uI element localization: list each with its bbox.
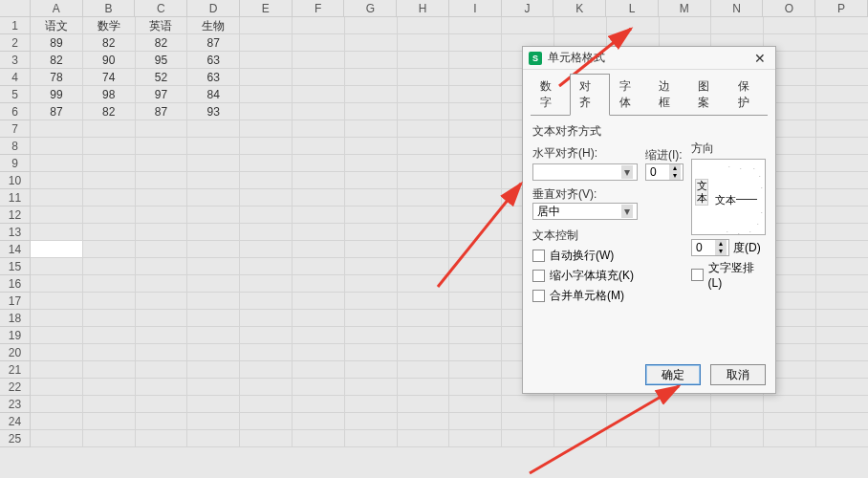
row-header[interactable]: 9: [0, 155, 31, 172]
cell[interactable]: [187, 293, 240, 310]
row-header[interactable]: 10: [0, 172, 31, 189]
cell[interactable]: [293, 69, 345, 86]
cell[interactable]: [449, 86, 502, 103]
cell[interactable]: [293, 52, 345, 69]
cell[interactable]: [449, 413, 502, 430]
cell[interactable]: [764, 413, 816, 430]
cell[interactable]: [83, 310, 136, 327]
cell[interactable]: [449, 327, 502, 344]
cell[interactable]: [240, 293, 293, 310]
column-header[interactable]: N: [711, 0, 764, 17]
cell[interactable]: [136, 172, 188, 189]
cell[interactable]: [660, 17, 712, 34]
cell[interactable]: [31, 120, 83, 138]
cell[interactable]: [398, 86, 450, 103]
tab-数字[interactable]: 数字: [531, 74, 570, 116]
column-header[interactable]: E: [240, 0, 293, 17]
cell[interactable]: 90: [83, 52, 136, 69]
cell[interactable]: [83, 258, 136, 275]
cell[interactable]: [345, 327, 398, 344]
row-header[interactable]: 24: [0, 413, 31, 430]
cell[interactable]: [83, 241, 136, 258]
cell[interactable]: [293, 224, 345, 241]
cell[interactable]: [187, 138, 240, 155]
column-header[interactable]: P: [815, 0, 868, 17]
row-header[interactable]: 21: [0, 361, 31, 379]
cell[interactable]: [345, 344, 398, 361]
cell[interactable]: [554, 17, 607, 34]
cell[interactable]: 98: [83, 86, 136, 103]
cell[interactable]: [293, 155, 345, 172]
cell[interactable]: [83, 396, 136, 413]
cell[interactable]: [660, 413, 712, 430]
cell[interactable]: [449, 344, 502, 361]
cell[interactable]: [345, 361, 398, 379]
cell[interactable]: [187, 379, 240, 396]
cell[interactable]: [240, 344, 293, 361]
cell[interactable]: [764, 396, 816, 413]
cell[interactable]: [449, 138, 502, 155]
column-header[interactable]: L: [606, 0, 659, 17]
cell[interactable]: [816, 17, 868, 34]
cell[interactable]: [816, 258, 868, 275]
halign-dropdown[interactable]: ▾: [532, 163, 638, 181]
cell[interactable]: [345, 17, 398, 34]
tab-保护[interactable]: 保护: [728, 74, 768, 116]
cell[interactable]: [240, 17, 293, 34]
cell[interactable]: [449, 310, 502, 327]
cell[interactable]: [816, 275, 868, 293]
row-header[interactable]: 5: [0, 86, 31, 103]
cell[interactable]: [816, 189, 868, 206]
cell[interactable]: [240, 86, 293, 103]
cell[interactable]: 63: [187, 69, 240, 86]
cell[interactable]: [136, 310, 188, 327]
cell[interactable]: 英语: [136, 17, 188, 34]
cell[interactable]: [293, 361, 345, 379]
cell[interactable]: [345, 52, 398, 69]
cell[interactable]: [449, 189, 502, 206]
cell[interactable]: [449, 293, 502, 310]
cancel-button[interactable]: 取消: [710, 364, 766, 385]
cell[interactable]: [398, 52, 450, 69]
column-header[interactable]: G: [344, 0, 397, 17]
cell[interactable]: [345, 206, 398, 224]
cell[interactable]: [31, 430, 83, 447]
cell[interactable]: [816, 361, 868, 379]
degree-spinner[interactable]: 0 ▴▾: [691, 239, 729, 256]
row-header[interactable]: 12: [0, 206, 31, 224]
cell[interactable]: [398, 344, 450, 361]
cell[interactable]: [502, 396, 554, 413]
tab-对齐[interactable]: 对齐: [570, 74, 609, 116]
cell[interactable]: [240, 155, 293, 172]
cell[interactable]: [398, 138, 450, 155]
column-header[interactable]: O: [763, 0, 815, 17]
select-all-corner[interactable]: [0, 0, 31, 17]
row-header[interactable]: 3: [0, 52, 31, 69]
cell[interactable]: [711, 430, 764, 447]
cell[interactable]: [398, 413, 450, 430]
cell[interactable]: [449, 275, 502, 293]
cell[interactable]: [187, 189, 240, 206]
cell[interactable]: 84: [187, 86, 240, 103]
cell[interactable]: [660, 430, 712, 447]
cell[interactable]: [136, 327, 188, 344]
cell[interactable]: [345, 241, 398, 258]
row-header[interactable]: 13: [0, 224, 31, 241]
row-header[interactable]: 20: [0, 344, 31, 361]
valign-dropdown[interactable]: 居中 ▾: [532, 203, 638, 220]
cell[interactable]: [187, 327, 240, 344]
cell[interactable]: [502, 17, 554, 34]
cell[interactable]: [711, 396, 764, 413]
cell[interactable]: [607, 396, 660, 413]
cell[interactable]: [345, 396, 398, 413]
cell[interactable]: [816, 327, 868, 344]
row-header[interactable]: 8: [0, 138, 31, 155]
cell[interactable]: [240, 189, 293, 206]
cell[interactable]: [240, 52, 293, 69]
cell[interactable]: [83, 413, 136, 430]
cell[interactable]: [240, 34, 293, 52]
cell[interactable]: [345, 413, 398, 430]
cell[interactable]: [240, 413, 293, 430]
cell[interactable]: [398, 172, 450, 189]
cell[interactable]: [398, 206, 450, 224]
